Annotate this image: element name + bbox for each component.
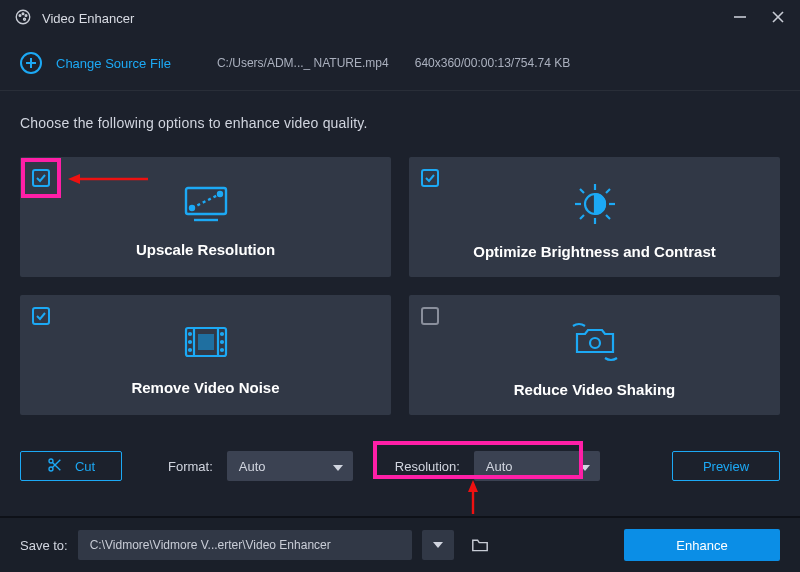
change-source-link[interactable]: Change Source File bbox=[56, 56, 171, 71]
format-select[interactable]: Auto bbox=[227, 451, 353, 481]
svg-point-32 bbox=[221, 341, 223, 343]
source-info: 640x360/00:00:13/754.74 KB bbox=[415, 56, 570, 70]
card-remove-noise[interactable]: Remove Video Noise bbox=[20, 295, 391, 415]
cut-label: Cut bbox=[75, 459, 95, 474]
card-optimize-brightness[interactable]: Optimize Brightness and Contrast bbox=[409, 157, 780, 277]
resolution-select[interactable]: Auto bbox=[474, 451, 600, 481]
bottom-bar: Save to: C:\Vidmore\Vidmore V...erter\Vi… bbox=[0, 516, 800, 572]
window-title: Video Enhancer bbox=[42, 11, 134, 26]
svg-line-20 bbox=[580, 189, 584, 193]
checkbox-optimize[interactable] bbox=[421, 169, 439, 187]
svg-point-1 bbox=[19, 14, 21, 16]
enhance-button[interactable]: Enhance bbox=[624, 529, 780, 561]
card-label: Reduce Video Shaking bbox=[514, 381, 675, 398]
svg-point-2 bbox=[22, 12, 24, 14]
source-row: Change Source File C:/Users/ADM..._ NATU… bbox=[0, 36, 800, 91]
format-label: Format: bbox=[168, 459, 213, 474]
save-to-label: Save to: bbox=[20, 538, 68, 553]
svg-point-13 bbox=[190, 206, 194, 210]
source-path: C:/Users/ADM..._ NATURE.mp4 bbox=[217, 56, 389, 70]
format-value: Auto bbox=[239, 459, 266, 474]
chevron-down-icon bbox=[580, 459, 590, 474]
svg-marker-40 bbox=[580, 465, 590, 471]
preview-button[interactable]: Preview bbox=[672, 451, 780, 481]
resolution-value: Auto bbox=[486, 459, 513, 474]
svg-line-23 bbox=[580, 215, 584, 219]
save-path: C:\Vidmore\Vidmore V...erter\Video Enhan… bbox=[90, 538, 331, 552]
close-button[interactable] bbox=[770, 9, 786, 28]
card-label: Remove Video Noise bbox=[131, 379, 279, 396]
annotation-arrow-2 bbox=[466, 480, 480, 517]
svg-line-12 bbox=[192, 194, 220, 208]
enhance-label: Enhance bbox=[676, 538, 727, 553]
svg-point-3 bbox=[25, 14, 27, 16]
camera-icon bbox=[567, 320, 623, 367]
svg-rect-27 bbox=[198, 334, 214, 350]
save-path-box[interactable]: C:\Vidmore\Vidmore V...erter\Video Enhan… bbox=[78, 530, 412, 560]
brightness-icon bbox=[569, 182, 621, 229]
checkbox-upscale[interactable] bbox=[32, 169, 50, 187]
title-bar: Video Enhancer bbox=[0, 0, 800, 36]
svg-point-4 bbox=[24, 18, 26, 20]
film-icon bbox=[180, 322, 232, 365]
cut-button[interactable]: Cut bbox=[20, 451, 122, 481]
instruction-text: Choose the following options to enhance … bbox=[20, 115, 780, 131]
svg-point-35 bbox=[49, 459, 53, 463]
svg-marker-45 bbox=[468, 480, 478, 492]
preview-label: Preview bbox=[703, 459, 749, 474]
monitor-icon bbox=[178, 184, 234, 227]
svg-point-29 bbox=[189, 341, 191, 343]
card-label: Optimize Brightness and Contrast bbox=[473, 243, 716, 260]
svg-line-22 bbox=[606, 189, 610, 193]
minimize-button[interactable] bbox=[732, 9, 748, 28]
svg-point-30 bbox=[189, 349, 191, 351]
card-upscale-resolution[interactable]: Upscale Resolution bbox=[20, 157, 391, 277]
svg-marker-39 bbox=[333, 465, 343, 471]
svg-line-21 bbox=[606, 215, 610, 219]
palette-icon bbox=[14, 8, 32, 29]
checkbox-deshake[interactable] bbox=[421, 307, 439, 325]
svg-point-31 bbox=[221, 333, 223, 335]
svg-point-28 bbox=[189, 333, 191, 335]
svg-point-33 bbox=[221, 349, 223, 351]
open-folder-button[interactable] bbox=[464, 530, 496, 560]
controls-row: Cut Format: Auto Resolution: Auto Previe… bbox=[0, 429, 800, 481]
resolution-label: Resolution: bbox=[395, 459, 460, 474]
add-source-icon[interactable] bbox=[20, 52, 42, 74]
svg-marker-41 bbox=[433, 542, 443, 548]
scissors-icon bbox=[47, 457, 63, 476]
save-path-dropdown[interactable] bbox=[422, 530, 454, 560]
svg-point-14 bbox=[218, 192, 222, 196]
checkbox-denoise[interactable] bbox=[32, 307, 50, 325]
svg-point-34 bbox=[590, 338, 600, 348]
chevron-down-icon bbox=[333, 459, 343, 474]
card-reduce-shaking[interactable]: Reduce Video Shaking bbox=[409, 295, 780, 415]
card-label: Upscale Resolution bbox=[136, 241, 275, 258]
svg-point-36 bbox=[49, 467, 53, 471]
